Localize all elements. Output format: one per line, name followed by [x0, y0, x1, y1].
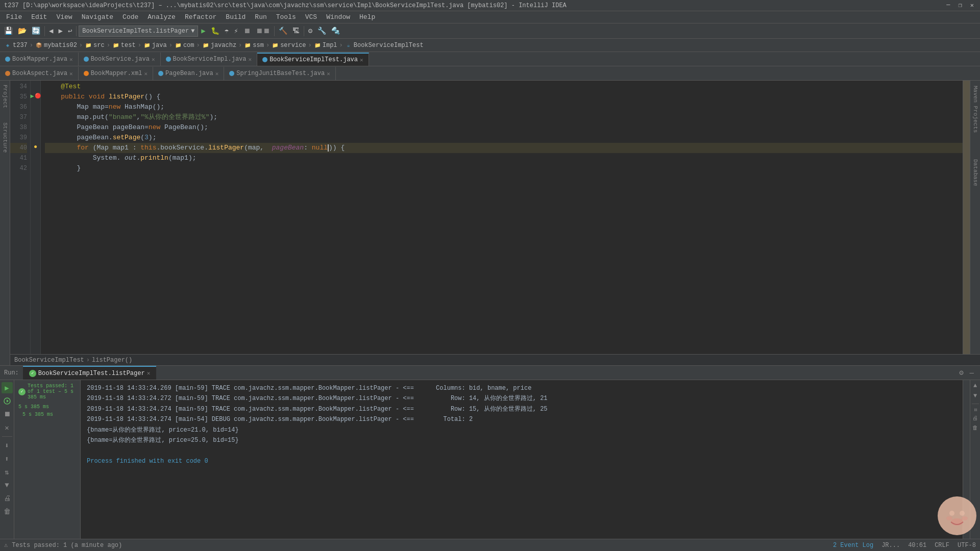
folder-icon-ssm: 📁 — [244, 42, 251, 49]
run-close-button[interactable]: ✕ — [2, 422, 13, 433]
run-settings-button[interactable]: ⚙ — [957, 367, 965, 378]
code-line-40: for ( Map map1 : this . bookService . li… — [45, 143, 963, 153]
left-panel-icons: Project Structure — [0, 81, 10, 365]
menu-item-build[interactable]: Build — [222, 12, 250, 22]
breadcrumb-ssm[interactable]: 📁 ssm — [244, 42, 264, 49]
tab-bookaspect[interactable]: BookAspect.java ✕ — [0, 67, 79, 80]
maximize-button[interactable]: ❐ — [957, 2, 964, 9]
open-button[interactable]: 📂 — [16, 26, 29, 36]
dot-println: . — [136, 153, 140, 163]
settings-button[interactable]: 🔧 — [315, 26, 328, 36]
tab-close-springjunit[interactable]: ✕ — [327, 70, 330, 77]
forward-button[interactable]: ▶ — [56, 26, 64, 36]
profile-button[interactable]: ⚡ — [232, 26, 240, 36]
time1-label: 5 s 385 ms — [18, 404, 49, 410]
breadcrumb-method[interactable]: listPager() — [92, 357, 132, 364]
breakpoint-35[interactable]: 🔴 — [35, 93, 41, 99]
run-stop-button[interactable]: ⏹ — [2, 409, 13, 420]
tab-close-bookserviceimpl[interactable]: ✕ — [249, 56, 252, 63]
tab-bookserviceimpltest[interactable]: BookServiceImplTest.java ✕ — [257, 53, 369, 66]
tab-close-bookmapper[interactable]: ✕ — [69, 56, 73, 63]
previous-occurrence[interactable]: ⬆ — [2, 453, 13, 464]
breadcrumb-javachz[interactable]: 📁 javachz — [202, 42, 236, 49]
menu-item-tools[interactable]: Tools — [272, 12, 300, 22]
tab-bookservice[interactable]: BookService.java ✕ — [79, 53, 161, 66]
scroll-up-icon[interactable]: ▲ — [973, 382, 977, 389]
new-file-button[interactable]: 💾 — [2, 26, 15, 36]
breadcrumb-src[interactable]: 📁 src — [85, 42, 105, 49]
trash-run-icon[interactable]: 🗑 — [972, 424, 978, 431]
breadcrumb-com[interactable]: 📁 com — [175, 42, 194, 49]
run-button[interactable]: ▶ — [199, 26, 207, 36]
menu-item-vcs[interactable]: VCS — [301, 12, 321, 22]
scroll-to-end[interactable]: ⬇ — [2, 440, 13, 451]
tab-close-bookmapperxml[interactable]: ✕ — [144, 70, 148, 77]
menu-item-help[interactable]: Help — [355, 12, 379, 22]
menu-item-file[interactable]: File — [2, 12, 26, 22]
lp-40: (map, — [244, 143, 272, 153]
filter-button[interactable]: ▼ — [2, 480, 13, 491]
navigate-back[interactable]: ↩ — [66, 26, 74, 36]
debug-button[interactable]: 🐛 — [209, 26, 222, 36]
project-panel-icon[interactable]: Project — [2, 85, 8, 108]
print-run-icon[interactable]: 🖨 — [972, 415, 978, 421]
build-all[interactable]: 🏗 — [290, 26, 302, 36]
sort-button[interactable]: ⇅ — [2, 466, 13, 478]
tab-pagebean[interactable]: PageBean.java ✕ — [153, 67, 224, 80]
sep-9: › — [308, 42, 312, 49]
menu-item-edit[interactable]: Edit — [27, 12, 51, 22]
breadcrumb-bookservice[interactable]: ☕ BookServiceImplTest — [345, 42, 424, 49]
build-project[interactable]: 🔨 — [277, 26, 289, 36]
tab-close-bookserviceimpltest[interactable]: ✕ — [360, 57, 363, 63]
database-panel[interactable]: Database — [971, 156, 979, 189]
code-content[interactable]: @Test public void listPager () { — [41, 81, 963, 354]
run-play-button[interactable]: ▶ — [2, 382, 13, 393]
run-config-dropdown[interactable]: BookServiceImplTest.listPager ▼ — [79, 26, 198, 37]
breadcrumb-t237[interactable]: ◈ t237 — [4, 42, 28, 49]
menu-item-navigate[interactable]: Navigate — [78, 12, 117, 22]
tab-bookmapper[interactable]: BookMapper.java ✕ — [0, 53, 79, 66]
breadcrumb-impl[interactable]: 📁 Impl — [314, 42, 337, 49]
menu-item-view[interactable]: View — [52, 12, 76, 22]
close-button[interactable]: ✕ — [968, 2, 976, 9]
breadcrumb-class[interactable]: BookServiceImplTest — [14, 357, 84, 364]
menu-item-refactor[interactable]: Refactor — [181, 12, 220, 22]
print-button[interactable]: 🖨 — [2, 493, 13, 504]
menu-item-run[interactable]: Run — [251, 12, 271, 22]
structure-panel-icon[interactable]: Structure — [2, 122, 8, 153]
run-tab-bookserviceimpltest[interactable]: ✓ BookServiceImplTest.listPager ✕ — [23, 366, 156, 380]
sync-button[interactable]: 🔄 — [30, 26, 42, 36]
maven-projects-panel[interactable]: Maven Projects — [971, 83, 979, 136]
stop-all-button[interactable]: ⏹⏹ — [254, 26, 272, 36]
menu-item-analyze[interactable]: Analyze — [143, 12, 180, 22]
menu-item-window[interactable]: Window — [322, 12, 354, 22]
back-button[interactable]: ◀ — [47, 26, 55, 36]
breadcrumb-mybatis02[interactable]: 📦 mybatis02 — [35, 42, 77, 49]
soft-wrap-icon[interactable]: ≡ — [972, 408, 978, 412]
breadcrumb-test[interactable]: 📁 test — [112, 42, 136, 49]
tab-bar-row2: BookAspect.java ✕ BookMapper.xml ✕ PageB… — [0, 66, 980, 81]
run-tab-close[interactable]: ✕ — [147, 370, 151, 377]
tab-bookmapperxml[interactable]: BookMapper.xml ✕ — [79, 67, 153, 80]
tests-passed-summary: ✓ Tests passed: 1 of 1 test – 5 s 385 ms — [16, 382, 78, 401]
run-gutter-icon-35[interactable]: ▶ — [30, 92, 34, 100]
status-event-log[interactable]: 2 Event Log — [833, 542, 873, 549]
run-with-coverage[interactable]: ☂ — [223, 26, 231, 36]
tab-close-bookservice[interactable]: ✕ — [152, 56, 155, 63]
breadcrumb-service[interactable]: 📁 service — [272, 42, 306, 49]
indent-39: pageBean. — [45, 133, 113, 143]
external-tools[interactable]: 🔩 — [329, 26, 342, 36]
tab-springjunit[interactable]: SpringJunitBaseTest.java ✕ — [224, 67, 335, 80]
stop-button[interactable]: ⏹ — [241, 26, 253, 36]
tab-close-pagebean[interactable]: ✕ — [215, 70, 219, 77]
clear-button[interactable]: 🗑 — [2, 506, 13, 517]
run-minimize-button[interactable]: — — [968, 368, 976, 378]
breadcrumb-java[interactable]: 📁 java — [143, 42, 167, 49]
tab-bookserviceimpl[interactable]: BookServiceImpl.java ✕ — [161, 53, 258, 66]
scroll-down-icon[interactable]: ▼ — [973, 392, 977, 399]
run-rerun-button[interactable] — [2, 395, 13, 407]
tab-close-bookaspect[interactable]: ✕ — [69, 70, 73, 77]
minimize-button[interactable]: — — [944, 2, 952, 9]
menu-item-code[interactable]: Code — [118, 12, 142, 22]
sdk-settings[interactable]: ⚙ — [306, 26, 314, 36]
